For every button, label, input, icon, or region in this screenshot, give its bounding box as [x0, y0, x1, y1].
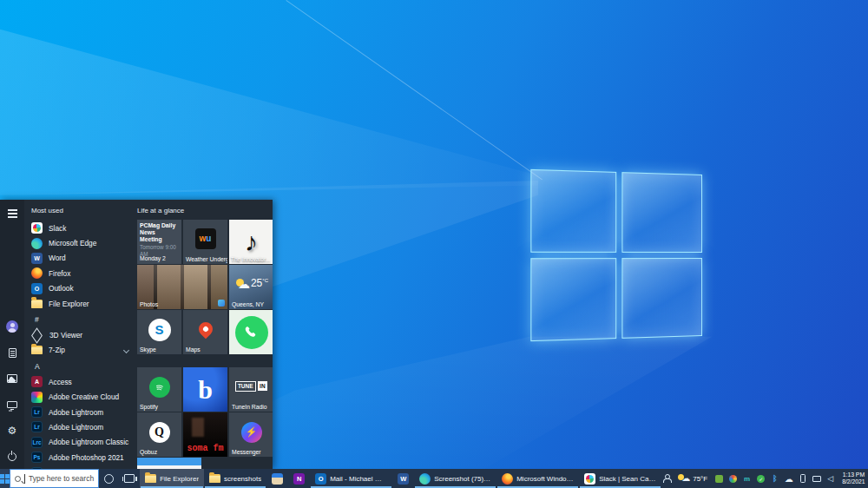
lightroom-classic-icon: Lrc — [31, 437, 43, 448]
tile-music[interactable]: ♪ The Innovator... — [229, 220, 273, 264]
group-header-a[interactable]: A — [35, 362, 135, 372]
start-app-7zip[interactable]: 7-Zip — [30, 343, 135, 358]
taskbar-firefox-window[interactable]: Microsoft Window... — [496, 469, 579, 488]
start-app-lightroom-classic[interactable]: Lrc Adobe Lightroom Classic — [30, 435, 135, 450]
start-app-photoshop[interactable]: Ps Adobe Photoshop 2021 — [30, 450, 135, 465]
windows-logo — [530, 169, 702, 341]
hamburger-icon[interactable] — [5, 207, 19, 221]
chevron-down-icon[interactable] — [123, 347, 129, 353]
windows-desktop-screen: ⚙ Most used Slack Microsoft Edge W Word … — [0, 0, 868, 488]
windows-logo-pane — [621, 172, 702, 253]
clock-time: 1:13 PM — [842, 472, 865, 478]
people-icon[interactable] — [661, 474, 671, 484]
news-and-interests-weather[interactable]: ☁ 75°F — [675, 474, 710, 483]
system-tray: ☁ 75°F m ✓ ᛒ ☁ ◁ 1:13 PM 8/2/2021 2 — [661, 469, 868, 488]
tile-b-app[interactable]: b — [183, 367, 227, 412]
search-placeholder: Type here to search — [29, 474, 94, 483]
start-tiles-area: Life at a glance PCMag Daily News Meetin… — [135, 200, 273, 469]
file-explorer-icon — [145, 474, 156, 483]
phone-icon[interactable] — [798, 474, 807, 484]
start-app-slack[interactable]: Slack — [30, 221, 135, 235]
word-icon: W — [31, 253, 43, 264]
start-app-outlook[interactable]: O Outlook — [30, 281, 135, 296]
clock-date: 8/2/2021 — [842, 478, 865, 485]
windows-logo-pane — [530, 169, 616, 253]
spotify-icon — [149, 377, 170, 398]
pinwheel-icon[interactable] — [728, 474, 738, 484]
display-icon[interactable] — [812, 474, 821, 484]
folder-icon — [209, 474, 220, 483]
taskbar-word[interactable]: W — [392, 469, 414, 488]
tile-spotify[interactable]: Spotify — [137, 367, 181, 412]
tile-whatsapp[interactable] — [229, 310, 273, 354]
edge-icon — [419, 473, 431, 485]
music-note-icon: ♪ — [245, 228, 258, 257]
tile-partial[interactable] — [137, 458, 201, 469]
microsoft-store-icon — [272, 473, 283, 485]
taskbar-clock[interactable]: 1:13 PM 8/2/2021 — [839, 472, 867, 485]
taskbar-slack-window[interactable]: Slack | Sean Carrol... — [579, 469, 661, 488]
folder-icon — [31, 300, 43, 308]
windows-start-icon — [0, 474, 10, 484]
videos-icon[interactable] — [5, 398, 19, 412]
green-check-icon[interactable]: ✓ — [756, 474, 766, 484]
taskbar-mail-outlook[interactable]: O Mail - Michael Ma... — [310, 469, 392, 488]
start-app-lightroom-2[interactable]: Lr Adobe Lightroom — [30, 419, 135, 434]
tile-weather-queens[interactable]: ☁ 25°C Queens, NY — [229, 265, 273, 309]
tile-group-header[interactable]: Life at a glance — [137, 207, 273, 214]
slack-icon — [584, 473, 595, 485]
tile-photos[interactable]: Photos — [137, 265, 227, 309]
tile-qobuz[interactable]: Q Qobuz — [137, 412, 181, 457]
photos-app-icon — [218, 300, 225, 307]
onenote-icon: N — [293, 473, 305, 485]
pictures-icon[interactable] — [5, 372, 19, 386]
group-header-hash[interactable]: # — [35, 315, 135, 325]
windows-logo-pane — [530, 258, 616, 341]
windows-logo-pane — [621, 258, 702, 339]
tile-weather-underground[interactable]: wu Weather Underground — [183, 220, 227, 264]
access-icon: A — [31, 376, 43, 387]
text-cursor — [24, 474, 25, 484]
tile-somafm[interactable]: soma fm — [183, 412, 227, 457]
start-app-adobe-cc[interactable]: Adobe Creative Cloud — [30, 390, 135, 405]
start-app-edge[interactable]: Microsoft Edge — [30, 235, 135, 250]
tile-maps[interactable]: Maps — [183, 310, 227, 354]
documents-icon[interactable] — [5, 346, 19, 359]
start-app-word[interactable]: W Word — [30, 251, 135, 266]
bluetooth-icon[interactable]: ᛒ — [770, 474, 779, 484]
taskbar-search-box[interactable]: Type here to search — [10, 469, 99, 488]
gpu-icon[interactable] — [714, 474, 724, 484]
start-button[interactable] — [0, 469, 10, 488]
start-app-file-explorer[interactable]: File Explorer — [30, 296, 135, 311]
taskbar-edge-window[interactable]: Screenshot (75).pn... — [414, 469, 496, 488]
qobuz-icon: Q — [149, 422, 170, 443]
cube-icon — [31, 327, 43, 343]
taskbar-file-explorer[interactable]: File Explorer — [140, 469, 204, 488]
outlook-icon: O — [315, 473, 326, 485]
search-icon — [15, 476, 21, 482]
settings-gear-icon[interactable]: ⚙ — [5, 424, 19, 438]
onedrive-cloud-icon[interactable]: ☁ — [784, 474, 793, 484]
user-avatar[interactable] — [5, 320, 19, 333]
tile-tunein[interactable]: TUNEIN TuneIn Radio — [229, 367, 273, 412]
tile-skype[interactable]: S Skype — [137, 310, 181, 354]
task-view-button[interactable] — [119, 469, 140, 488]
start-app-3d-viewer[interactable]: 3D Viewer — [30, 327, 135, 342]
cortana-button[interactable] — [99, 469, 119, 488]
tile-calendar[interactable]: PCMag Daily News Meeting Tomorrow 9:00 A… — [137, 220, 181, 264]
outlook-icon: O — [31, 283, 43, 294]
start-app-access[interactable]: A Access — [30, 374, 135, 389]
start-app-lightroom[interactable]: Lr Adobe Lightroom — [30, 405, 135, 419]
tile-messenger[interactable]: ⚡ Messenger — [229, 412, 273, 457]
taskbar-onenote[interactable]: N — [288, 469, 310, 488]
power-icon[interactable] — [5, 450, 19, 464]
start-app-firefox[interactable]: Firefox — [30, 266, 135, 280]
start-menu: ⚙ Most used Slack Microsoft Edge W Word … — [0, 200, 273, 469]
sun-icon — [678, 474, 684, 480]
taskbar-microsoft-store[interactable] — [266, 469, 288, 488]
m-app-icon[interactable]: m — [742, 474, 752, 484]
taskbar-screenshots-window[interactable]: screenshots — [204, 469, 266, 488]
volume-icon[interactable]: ◁ — [825, 474, 835, 484]
folder-icon — [31, 346, 43, 354]
messenger-icon: ⚡ — [241, 422, 262, 443]
